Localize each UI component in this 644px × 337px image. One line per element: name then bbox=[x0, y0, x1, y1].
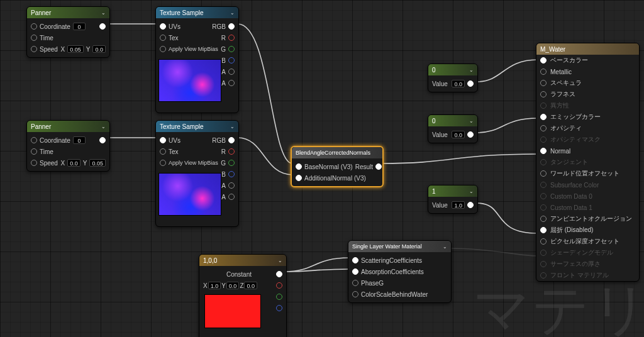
node-texture-sample-2[interactable]: Texture Sample ⌄ UVsRGB TexR Apply View … bbox=[155, 120, 239, 227]
input-pin-tex[interactable] bbox=[160, 35, 166, 41]
node-header[interactable]: 1,0,0 ⌄ bbox=[199, 255, 286, 266]
material-input-9[interactable]: タンジェント bbox=[536, 157, 639, 168]
output-pin[interactable] bbox=[99, 137, 106, 143]
collapse-chevron-icon[interactable]: ⌄ bbox=[230, 124, 235, 130]
y-input[interactable]: 0.0 bbox=[226, 282, 240, 289]
node-constant3[interactable]: 1,0,0 ⌄ Constant X1.0 Y0.0 Z0.0 bbox=[199, 254, 287, 337]
output-pin-a[interactable] bbox=[228, 69, 235, 75]
material-input-pin[interactable] bbox=[540, 204, 547, 211]
z-input[interactable]: 0.0 bbox=[244, 282, 257, 289]
speed-x-input[interactable]: 0.05 bbox=[67, 45, 84, 53]
collapse-chevron-icon[interactable]: ⌄ bbox=[469, 67, 474, 73]
output-pin-rgb[interactable] bbox=[228, 137, 235, 143]
node-material-result[interactable]: M_Water ベースカラーMetallicスペキュララフネス異方性エミッシブカ… bbox=[536, 43, 640, 282]
input-pin-scattering[interactable] bbox=[352, 257, 358, 263]
node-header[interactable]: Texture Sample ⌄ bbox=[156, 121, 238, 132]
material-input-pin[interactable] bbox=[540, 238, 547, 245]
node-header[interactable]: 1 ⌄ bbox=[428, 185, 477, 197]
input-pin-uvs[interactable] bbox=[160, 137, 166, 143]
material-input-5[interactable]: エミッシブカラー bbox=[536, 111, 639, 123]
input-pin-coordinate[interactable] bbox=[31, 23, 37, 30]
output-pin[interactable] bbox=[467, 80, 474, 87]
node-constant-1[interactable]: 1 ⌄ Value 1.0 bbox=[428, 185, 478, 214]
input-pin-speed[interactable] bbox=[31, 160, 37, 166]
output-pin-r[interactable] bbox=[228, 35, 235, 41]
coord-input[interactable]: 0 bbox=[73, 23, 86, 30]
output-pin-rgba[interactable] bbox=[228, 194, 235, 200]
input-pin-color-scale[interactable] bbox=[352, 291, 358, 297]
material-input-pin[interactable] bbox=[540, 125, 547, 131]
x-input[interactable]: 1.0 bbox=[208, 282, 221, 289]
material-input-14[interactable]: アンビエントオクルージョン bbox=[536, 213, 639, 224]
material-input-pin[interactable] bbox=[540, 182, 547, 188]
node-header[interactable]: 0 ⌄ bbox=[428, 115, 477, 126]
node-header[interactable]: Panner ⌄ bbox=[27, 7, 109, 18]
input-pin-absorption[interactable] bbox=[352, 268, 358, 275]
node-blend-normals[interactable]: BlendAngleCorrectedNormals BaseNormal (V… bbox=[291, 146, 384, 187]
output-pin[interactable] bbox=[467, 131, 474, 138]
input-pin-coordinate[interactable] bbox=[31, 137, 37, 143]
material-input-pin[interactable] bbox=[540, 250, 547, 256]
material-input-12[interactable]: Custom Data 0 bbox=[536, 191, 639, 202]
node-constant-0b[interactable]: 0 ⌄ Value 0.0 bbox=[428, 114, 478, 143]
input-pin-tex[interactable] bbox=[160, 148, 166, 155]
input-pin-mip[interactable] bbox=[160, 46, 166, 52]
collapse-chevron-icon[interactable]: ⌄ bbox=[469, 118, 474, 124]
speed-y-input[interactable]: 0.0 bbox=[92, 45, 106, 53]
node-header[interactable]: Single Layer Water Material ⌄ bbox=[348, 241, 451, 252]
output-pin-r[interactable] bbox=[276, 282, 282, 289]
output-pin-a[interactable] bbox=[228, 182, 235, 189]
node-header[interactable]: 0 ⌄ bbox=[428, 64, 477, 75]
input-pin-speed[interactable] bbox=[31, 46, 37, 52]
material-input-3[interactable]: ラフネス bbox=[536, 89, 639, 100]
output-pin-g[interactable] bbox=[228, 160, 235, 166]
input-pin-additional-normal[interactable] bbox=[296, 175, 302, 181]
node-panner-1[interactable]: Panner ⌄ Coordinate 0 Time Speed X 0.05 … bbox=[26, 6, 110, 58]
input-pin-uvs[interactable] bbox=[160, 23, 166, 30]
input-pin-mip[interactable] bbox=[160, 160, 166, 166]
material-input-pin[interactable] bbox=[540, 261, 547, 267]
output-pin-b[interactable] bbox=[276, 305, 282, 311]
material-input-pin[interactable] bbox=[540, 227, 547, 233]
collapse-chevron-icon[interactable]: ⌄ bbox=[278, 258, 282, 263]
value-input[interactable]: 0.0 bbox=[452, 80, 465, 87]
material-input-18[interactable]: サーフェスの厚さ bbox=[536, 258, 639, 270]
material-input-4[interactable]: 異方性 bbox=[536, 100, 639, 111]
material-input-pin[interactable] bbox=[540, 216, 547, 222]
node-texture-sample-1[interactable]: Texture Sample ⌄ UVsRGB TexR Apply View … bbox=[155, 6, 239, 113]
output-pin-g[interactable] bbox=[228, 46, 235, 52]
material-input-pin[interactable] bbox=[540, 159, 547, 165]
output-pin[interactable] bbox=[467, 202, 474, 208]
output-pin-rgba[interactable] bbox=[228, 80, 235, 86]
output-pin-r[interactable] bbox=[228, 148, 235, 155]
collapse-chevron-icon[interactable]: ⌄ bbox=[443, 244, 447, 250]
value-input[interactable]: 1.0 bbox=[452, 201, 465, 209]
collapse-chevron-icon[interactable]: ⌄ bbox=[101, 124, 106, 130]
output-pin-g[interactable] bbox=[276, 294, 282, 300]
material-input-0[interactable]: ベースカラー bbox=[536, 55, 639, 66]
node-panner-2[interactable]: Panner ⌄ Coordinate 0 Time Speed X 0.0 Y… bbox=[26, 120, 110, 172]
material-input-7[interactable]: オパシティマスク bbox=[536, 134, 639, 145]
output-pin-b[interactable] bbox=[228, 171, 235, 177]
material-input-pin[interactable] bbox=[540, 114, 547, 120]
material-input-11[interactable]: Subsurface Color bbox=[536, 179, 639, 191]
material-input-pin[interactable] bbox=[540, 102, 547, 109]
value-input[interactable]: 0.0 bbox=[452, 131, 465, 138]
material-input-6[interactable]: オパシティ bbox=[536, 123, 639, 134]
material-input-pin[interactable] bbox=[540, 148, 547, 154]
material-input-8[interactable]: Normal bbox=[536, 145, 639, 157]
input-pin-phaseg[interactable] bbox=[352, 280, 358, 286]
material-input-2[interactable]: スペキュラ bbox=[536, 77, 639, 89]
node-header[interactable]: BlendAngleCorrectedNormals bbox=[292, 147, 382, 158]
node-header[interactable]: Texture Sample ⌄ bbox=[156, 7, 238, 18]
material-input-pin[interactable] bbox=[540, 170, 547, 177]
node-header[interactable]: M_Water bbox=[536, 43, 639, 55]
output-pin-b[interactable] bbox=[228, 57, 235, 64]
output-pin[interactable] bbox=[99, 23, 106, 30]
material-input-15[interactable]: 屈折 (Disabled) bbox=[536, 224, 639, 236]
speed-y-input[interactable]: 0.05 bbox=[89, 159, 106, 167]
node-constant-0a[interactable]: 0 ⌄ Value 0.0 bbox=[428, 64, 478, 92]
material-input-17[interactable]: シェーディングモデル bbox=[536, 247, 639, 258]
input-pin-base-normal[interactable] bbox=[296, 163, 302, 170]
material-input-pin[interactable] bbox=[540, 193, 547, 199]
